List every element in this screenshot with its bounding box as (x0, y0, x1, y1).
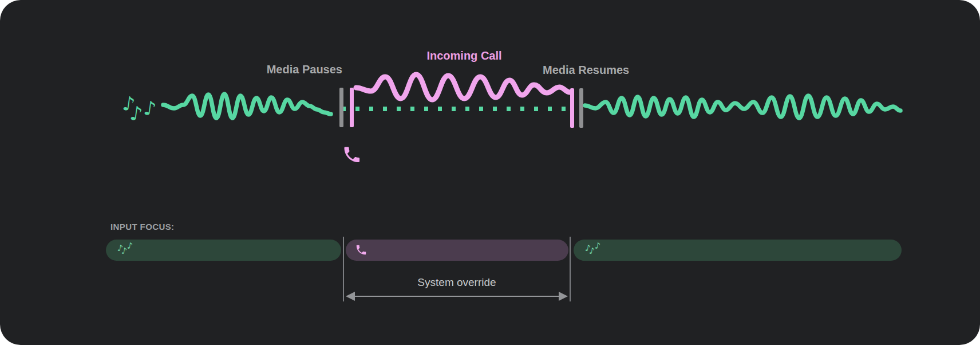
phone-icon (344, 147, 359, 162)
music-notes-icon: ♪ ♪ ♪ (116, 91, 161, 131)
focus-segment-media-after: ♪ ♪ ♪ (574, 240, 902, 261)
system-override-arrow (346, 292, 568, 301)
note-icon: ♪ (127, 241, 133, 250)
incoming-call-wave (356, 75, 570, 100)
arrow-left-head (346, 292, 355, 301)
focus-segment-media-before: ♪ ♪ ♪ (106, 240, 341, 261)
system-override-label: System override (388, 276, 525, 289)
focus-segment-call (346, 240, 568, 261)
audio-focus-diagram: ♪ ♪ ♪ Media Pauses Incoming Call Media R… (0, 0, 980, 345)
note-icon: ♪ (143, 98, 157, 119)
dark-panel: ♪ ♪ ♪ Media Pauses Incoming Call Media R… (0, 0, 980, 345)
override-guide-line-left (343, 237, 344, 301)
media-pauses-label: Media Pauses (229, 63, 342, 76)
media-wave-after (585, 96, 900, 118)
note-icon: ♪ (129, 103, 144, 124)
media-resumes-label: Media Resumes (543, 64, 629, 77)
music-notes-icon: ♪ ♪ ♪ (583, 240, 606, 261)
override-guide-line-right (570, 237, 571, 301)
input-focus-heading: INPUT FOCUS: (110, 222, 174, 232)
music-notes-icon: ♪ ♪ ♪ (115, 240, 138, 261)
resume-marker-pink-bar (570, 88, 574, 128)
arrow-right-head (559, 292, 568, 301)
pause-marker-gray-bar (339, 88, 343, 127)
phone-icon (355, 244, 368, 256)
incoming-call-label: Incoming Call (396, 49, 533, 62)
resume-marker-gray-bar (579, 88, 583, 128)
pause-marker-pink-bar (350, 88, 354, 127)
note-icon: ♪ (594, 241, 601, 250)
media-wave-before (163, 94, 331, 118)
